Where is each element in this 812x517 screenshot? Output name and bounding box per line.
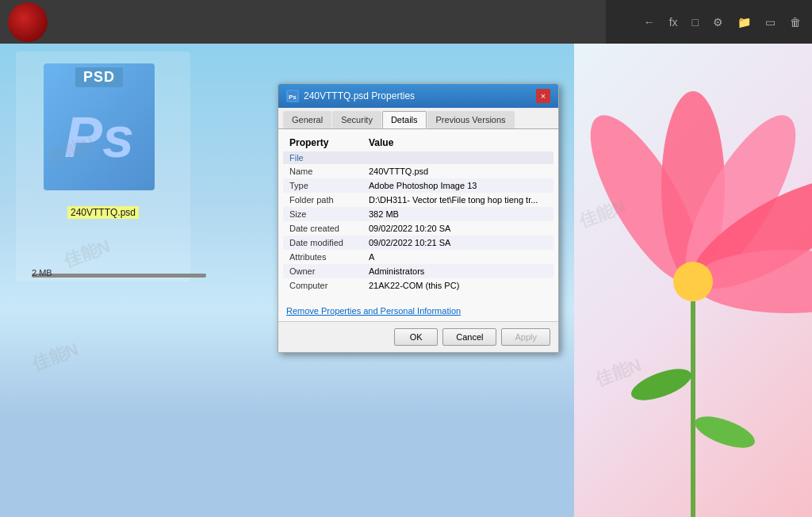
undo-icon[interactable]: ←: [641, 14, 658, 30]
psd-ps-letter: Ps: [64, 105, 134, 170]
prop-row-name: Name 240VTTTQ.psd: [283, 164, 553, 178]
cancel-button[interactable]: Cancel: [442, 328, 496, 346]
apply-button[interactable]: Apply: [501, 328, 550, 346]
watermark-3: 佳能N: [29, 338, 82, 377]
file-name-label: 240VTTTQ.psd: [67, 206, 139, 219]
dialog-title-icon: Ps: [286, 90, 299, 102]
dialog-close-button[interactable]: ×: [536, 89, 550, 103]
prop-date-modified-value: 09/02/2022 10:21 SA: [362, 236, 553, 250]
prop-row-type: Type Adobe Photoshop Image 13: [283, 178, 553, 193]
trash-icon[interactable]: 🗑: [787, 14, 804, 30]
prop-folder-label: Folder path: [283, 193, 362, 207]
prop-owner-label: Owner: [283, 264, 362, 278]
properties-dialog: Ps 240VTTTQ.psd Properties × General Sec…: [278, 83, 559, 353]
col-value-header: Value: [362, 134, 553, 151]
dialog-titlebar: Ps 240VTTTQ.psd Properties ×: [278, 84, 558, 108]
svg-point-8: [691, 410, 758, 454]
flower-background: [574, 44, 812, 517]
dialog-link-area: Remove Properties and Personal Informati…: [278, 297, 558, 321]
psd-icon-background: PSD Ps: [44, 63, 155, 190]
prop-name-value: 240VTTTQ.psd: [362, 164, 553, 178]
dialog-title-area: Ps 240VTTTQ.psd Properties: [286, 90, 415, 102]
flower-svg: [574, 44, 812, 517]
dialog-content: Property Value File Name 240VTTTQ.psd Ty…: [278, 129, 558, 297]
topbar-right-icons: ← fx □ ⚙ 📁 ▭ 🗑: [606, 0, 812, 44]
tab-general[interactable]: General: [283, 111, 331, 128]
ok-button[interactable]: OK: [394, 328, 438, 346]
remove-properties-link[interactable]: Remove Properties and Personal Informati…: [286, 306, 461, 316]
prop-header-row: Property Value: [283, 134, 553, 151]
properties-table: Property Value File Name 240VTTTQ.psd Ty…: [283, 134, 553, 293]
gear-icon[interactable]: ⚙: [710, 14, 726, 30]
psd-type-label: PSD: [75, 67, 123, 87]
col-property-header: Property: [283, 134, 362, 151]
prop-computer-value: 21AK22-COM (this PC): [362, 278, 553, 293]
prop-owner-value: Administrators: [362, 264, 553, 278]
psd-small-icon: Ps: [288, 91, 297, 101]
prop-date-created-value: 09/02/2022 10:20 SA: [362, 221, 553, 236]
prop-row-size: Size 382 MB: [283, 207, 553, 221]
tab-security[interactable]: Security: [332, 111, 381, 128]
prop-type-label: Type: [283, 178, 362, 193]
prop-row-date-modified: Date modified 09/02/2022 10:21 SA: [283, 236, 553, 250]
app-logo: [8, 2, 48, 42]
folder-icon[interactable]: 📁: [734, 14, 754, 30]
prop-row-attributes: Attributes A: [283, 250, 553, 264]
section-file-label: File: [283, 151, 553, 164]
prop-size-value: 382 MB: [362, 207, 553, 221]
tab-previous-versions[interactable]: Previous Versions: [427, 111, 515, 128]
prop-row-computer: Computer 21AK22-COM (this PC): [283, 278, 553, 293]
prop-size-label: Size: [283, 207, 362, 221]
fx-icon[interactable]: fx: [666, 14, 681, 30]
tab-details[interactable]: Details: [382, 111, 427, 128]
prop-attributes-label: Attributes: [283, 250, 362, 264]
svg-text:Ps: Ps: [289, 94, 297, 101]
prop-computer-label: Computer: [283, 278, 362, 293]
prop-section-file: File: [283, 151, 553, 164]
dialog-buttons: OK Cancel Apply: [278, 321, 558, 352]
svg-point-5: [673, 262, 713, 301]
prop-row-folder-path: Folder path D:\DH311- Vector tet\File to…: [283, 193, 553, 207]
frame-icon[interactable]: ▭: [762, 14, 779, 30]
file-icon-area: PSD Ps 240VTTTQ.psd 2 MB: [16, 52, 190, 281]
file-size-label: 2 MB: [32, 268, 52, 278]
dialog-tabs: General Security Details Previous Versio…: [278, 108, 558, 129]
prop-folder-value: D:\DH311- Vector tet\File tong hop tieng…: [362, 193, 553, 207]
desktop-area: PSD Ps 240VTTTQ.psd 2 MB: [0, 44, 812, 517]
psd-file-icon[interactable]: PSD Ps: [44, 63, 163, 198]
prop-attributes-value: A: [362, 250, 553, 264]
scroll-indicator: [32, 274, 206, 278]
square-icon[interactable]: □: [689, 14, 702, 30]
prop-date-modified-label: Date modified: [283, 236, 362, 250]
application-topbar: ← fx □ ⚙ 📁 ▭ 🗑: [0, 0, 812, 44]
prop-type-value: Adobe Photoshop Image 13: [362, 178, 553, 193]
prop-row-owner: Owner Administrators: [283, 264, 553, 278]
prop-row-date-created: Date created 09/02/2022 10:20 SA: [283, 221, 553, 236]
prop-name-label: Name: [283, 164, 362, 178]
prop-date-created-label: Date created: [283, 221, 362, 236]
svg-point-7: [627, 362, 695, 407]
dialog-title-text: 240VTTTQ.psd Properties: [304, 90, 415, 101]
